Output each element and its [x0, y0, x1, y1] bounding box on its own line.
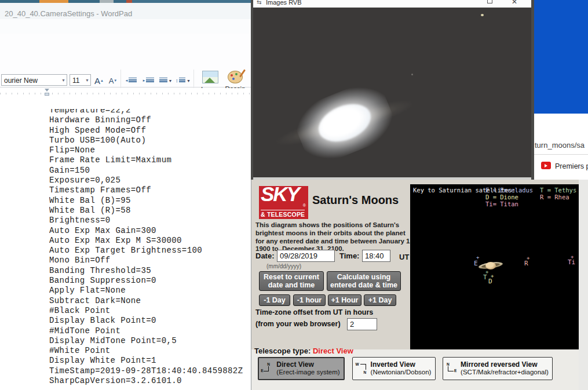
date-format-hint: (mm/dd/yyyy) — [266, 263, 301, 269]
image-icon — [202, 71, 218, 83]
plus-one-hour-button[interactable]: +1 Hour — [328, 294, 361, 306]
telescope-type-value: Direct View — [313, 347, 353, 355]
wordpad-titlebar: 20_40_40.CameraSettings - WordPad — [0, 3, 251, 19]
saturn-moons-panel: SKY ® & TELESCOPE Saturn's Moons This di… — [251, 180, 588, 390]
youtube-icon — [541, 162, 551, 169]
document-text[interactable]: Temperature=22,2 Hardware Binning=Off Hi… — [49, 109, 249, 386]
wordpad-ribbon-tabs: Affichage — [0, 19, 251, 34]
document-area[interactable]: Temperature=22,2 Hardware Binning=Off Hi… — [0, 99, 251, 390]
view-button-sub: (Erect-image system) — [276, 369, 339, 376]
mirrored-view-axis-icon: N E — [447, 362, 458, 375]
timezone-offset-input[interactable] — [347, 318, 377, 330]
date-input[interactable] — [277, 250, 335, 262]
wordpad-window-title: 20_40_40.CameraSettings - WordPad — [5, 9, 132, 18]
date-label: Date: — [255, 252, 275, 260]
font-size-combo[interactable]: 11 ▼ — [70, 74, 91, 86]
maximize-icon[interactable] — [487, 0, 492, 3]
line-spacing-button[interactable]: ↕▼ — [176, 74, 191, 87]
ruler-indent-marker[interactable] — [44, 88, 50, 97]
grow-font-icon: A — [94, 76, 100, 86]
timezone-label-line1: Time-zone offset from UT in hours — [255, 308, 373, 316]
view-button-title: Mirrored reversed View — [461, 361, 549, 369]
background-browser: turn_moons/sa Premiers p — [534, 0, 588, 183]
faint-dot — [411, 74, 413, 75]
inverted-view-button[interactable]: W N Inverted View (Newtonian/Dobson) — [352, 357, 436, 380]
indent-right-icon: ► — [143, 79, 146, 82]
telescope-type-label: Telescope type: — [254, 347, 311, 355]
bookmark-label[interactable]: Premiers p — [555, 162, 588, 170]
key-rhea: R = Rhea — [540, 194, 569, 201]
ut-label: UT — [399, 253, 409, 261]
view-button-title: Inverted View — [371, 361, 432, 369]
wordpad-ribbon: ourier New ▼ 11 ▼ A▲ A▼ G I S — [0, 34, 251, 88]
star-dot — [481, 14, 484, 16]
key-enceladus: E = Enceladus — [485, 187, 533, 194]
address-bar-url-fragment[interactable]: turn_moons/sa — [535, 141, 585, 150]
divider — [534, 154, 588, 155]
saturn-photo-canvas[interactable] — [253, 8, 531, 177]
desktop-wallpaper — [534, 0, 588, 114]
images-rvb-window: ⇆ Images RVB ✕ — [251, 0, 534, 180]
saturn-moons-diagram[interactable]: Key to Saturnian satellites: E = Encelad… — [410, 184, 579, 349]
mirrored-view-button[interactable]: N E Mirrored reversed View (SCT/Mak/refr… — [443, 357, 553, 380]
view-button-sub: (SCT/Mak/refractor+diagonal) — [461, 369, 549, 376]
key-dione: D = Dione — [485, 194, 518, 201]
logo-registered-mark: ® — [303, 203, 306, 207]
images-rvb-titlebar[interactable]: ⇆ Images RVB ✕ — [253, 0, 531, 8]
timezone-label-line2: (from your web browser) — [255, 320, 341, 328]
plus-one-day-button[interactable]: +1 Day — [364, 294, 396, 306]
shrink-font-button[interactable]: A▼ — [107, 74, 119, 88]
moon-label-tethys: T — [483, 274, 487, 281]
images-rvb-title: Images RVB — [266, 0, 302, 6]
page-description: This diagram shows the positions of Satu… — [255, 221, 412, 253]
increase-indent-button[interactable]: ► — [141, 74, 156, 87]
page-background — [579, 180, 588, 390]
direct-view-axis-icon: N E — [262, 362, 274, 375]
chevron-down-icon[interactable]: ▼ — [85, 75, 89, 86]
direct-view-button[interactable]: N E Direct View (Erect-image system) — [258, 357, 345, 380]
shrink-font-icon: A — [109, 76, 114, 85]
inverted-view-axis-icon: W N — [357, 362, 368, 375]
font-family-combo[interactable]: ourier New ▼ — [1, 74, 67, 86]
moon-label-rhea: R — [524, 260, 528, 267]
key-tethys: T = Tethys — [540, 187, 576, 194]
grow-font-button[interactable]: A▲ — [93, 74, 105, 88]
paint-palette-icon — [228, 71, 243, 83]
font-size-value: 11 — [72, 76, 79, 85]
indent-left-icon: ◄ — [125, 79, 129, 82]
minus-one-day-button[interactable]: -1 Day — [259, 294, 290, 306]
bullet-list-icon — [159, 78, 167, 83]
chevron-down-icon[interactable]: ▼ — [61, 75, 65, 86]
reset-datetime-button[interactable]: Reset to current date and time — [259, 271, 324, 291]
key-titan: Ti= Titan — [485, 201, 518, 207]
calculate-button[interactable]: Calculate using entered date & time — [327, 271, 401, 291]
moon-label-enceladus: E — [474, 260, 478, 267]
logo-sky-text: SKY — [261, 186, 299, 206]
time-label: Time: — [339, 252, 359, 260]
close-icon[interactable]: ✕ — [512, 0, 517, 6]
line-spacing-icon: ↕ — [176, 78, 178, 83]
screen: 20_40_40.CameraSettings - WordPad Affich… — [0, 0, 588, 390]
ruler[interactable]: 2 1 1 2 3 4 5 6 7 8 9 — [0, 88, 251, 100]
font-family-value: ourier New — [4, 76, 38, 85]
list-button[interactable]: ▼ — [158, 74, 173, 87]
decrease-indent-button[interactable]: ◄ — [123, 74, 138, 87]
view-button-sub: (Newtonian/Dobson) — [371, 369, 432, 376]
page-title: Saturn's Moons — [312, 194, 399, 207]
telescope-type-row: Telescope type: Direct View — [254, 347, 353, 355]
time-input[interactable] — [362, 250, 390, 262]
wordpad-window: 20_40_40.CameraSettings - WordPad Affich… — [0, 0, 251, 390]
moon-label-dione: D — [488, 278, 492, 285]
sky-telescope-logo: SKY ® & TELESCOPE — [259, 186, 308, 219]
view-button-title: Direct View — [276, 361, 339, 369]
window-icon: ⇆ — [257, 0, 261, 5]
minus-one-hour-button[interactable]: -1 hour — [293, 294, 326, 306]
moon-label-titan: Ti — [568, 258, 575, 266]
logo-telescope-text: & TELESCOPE — [261, 211, 305, 218]
